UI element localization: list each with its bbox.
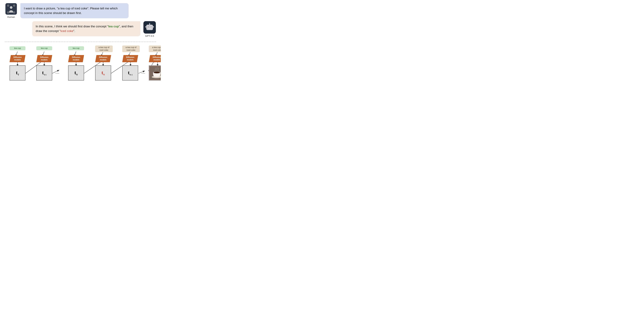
label-g4: a tea cup oficed coke bbox=[95, 46, 113, 52]
label-tag-g1: tea cup bbox=[10, 46, 26, 50]
bot-tea-cup: tea cup bbox=[108, 25, 119, 28]
svg-point-4 bbox=[10, 6, 12, 9]
svg-rect-15 bbox=[145, 26, 146, 28]
bot-avatar-icon bbox=[144, 21, 156, 34]
diff-box-g4: Diffusionmodels bbox=[95, 55, 111, 62]
svg-point-12 bbox=[150, 28, 151, 29]
svg-point-9 bbox=[151, 26, 152, 27]
diffusion-label-g2: Diffusionmodels bbox=[36, 55, 52, 62]
diffusion-label-g5: Diffusionmodels bbox=[122, 55, 138, 62]
human-label: Human bbox=[7, 16, 15, 18]
label-tag-g4: a tea cup oficed coke bbox=[95, 46, 113, 52]
human-message-text: I want to draw a picture, "a tea cup of … bbox=[24, 7, 118, 15]
human-bubble: I want to draw a picture, "a tea cup of … bbox=[20, 3, 128, 18]
diff-box-g5: Diffusionmodels bbox=[122, 55, 138, 62]
dots-1: ... bbox=[56, 69, 59, 75]
label-g5: a tea cup oficed coke bbox=[122, 46, 140, 52]
svg-point-10 bbox=[148, 28, 149, 29]
final-image bbox=[149, 66, 161, 80]
diffusion-label-g1: Diffusionmodels bbox=[10, 55, 26, 62]
bot-avatar-block: GPT-3.5 bbox=[143, 21, 156, 37]
svg-point-38 bbox=[154, 72, 160, 73]
t-label-g1: tT bbox=[16, 70, 19, 76]
diff-box-g6: Diffusionmodels bbox=[149, 55, 161, 62]
noise-g2: tT-1 bbox=[36, 66, 52, 80]
human-avatar-icon bbox=[6, 3, 17, 15]
diff-box-g2: Diffusionmodels bbox=[36, 55, 52, 62]
svg-point-14 bbox=[149, 23, 150, 24]
label-tag-g3: tea cup bbox=[68, 46, 84, 50]
svg-point-8 bbox=[148, 26, 149, 27]
noise-g4: tN bbox=[95, 66, 111, 80]
svg-rect-3 bbox=[14, 12, 15, 13]
label-g2: tea cup bbox=[36, 46, 52, 50]
t-label-g3: tN bbox=[74, 70, 78, 76]
svg-point-11 bbox=[149, 28, 150, 29]
bot-bubble: In this scene, I think we should first d… bbox=[32, 21, 140, 36]
bot-label: GPT-3.5 bbox=[145, 34, 154, 37]
label-g3: tea cup bbox=[68, 46, 84, 50]
label-g6: a tea cup oficed coke bbox=[149, 46, 161, 52]
human-avatar-block: Human bbox=[5, 3, 18, 18]
section-divider bbox=[5, 42, 156, 42]
svg-rect-0 bbox=[8, 5, 9, 6]
t-label-g4: tN bbox=[102, 70, 105, 76]
label-tag-g6: a tea cup oficed coke bbox=[149, 46, 161, 52]
bot-prefix: In this scene, I think we should first d… bbox=[36, 25, 108, 28]
diff-box-g3: Diffusionmodels bbox=[68, 55, 84, 62]
label-g1: tea cup bbox=[10, 46, 26, 50]
human-chat-row: Human I want to draw a picture, "a tea c… bbox=[5, 3, 156, 18]
chat-section: Human I want to draw a picture, "a tea c… bbox=[5, 3, 156, 37]
diffusion-label-g6: Diffusionmodels bbox=[149, 55, 161, 62]
diff-box-g1: Diffusionmodels bbox=[10, 55, 26, 62]
svg-rect-5 bbox=[146, 25, 153, 30]
noise-g3: tN bbox=[68, 66, 84, 80]
diagram-section: tea cup Diffusionmodels tT tea cup Diffu… bbox=[5, 46, 158, 82]
bot-suffix: ”. bbox=[74, 29, 75, 32]
svg-rect-1 bbox=[14, 5, 15, 6]
diffusion-label-g4: Diffusionmodels bbox=[95, 55, 111, 62]
noise-g5: tN-1 bbox=[122, 66, 138, 80]
noise-g1: tT bbox=[10, 66, 26, 80]
bot-iced-coke: iced coke bbox=[60, 29, 73, 32]
label-tag-g2: tea cup bbox=[36, 46, 52, 50]
svg-rect-16 bbox=[153, 26, 154, 28]
t-label-g5: tN-1 bbox=[128, 70, 132, 76]
bot-chat-row: GPT-3.5 In this scene, I think we should… bbox=[5, 21, 156, 37]
label-tag-g5: a tea cup oficed coke bbox=[122, 46, 140, 52]
t-label-g2: tT-1 bbox=[42, 70, 46, 76]
dots-2: ... bbox=[141, 69, 145, 75]
svg-rect-2 bbox=[8, 12, 9, 13]
diffusion-label-g3: Diffusionmodels bbox=[68, 55, 84, 62]
